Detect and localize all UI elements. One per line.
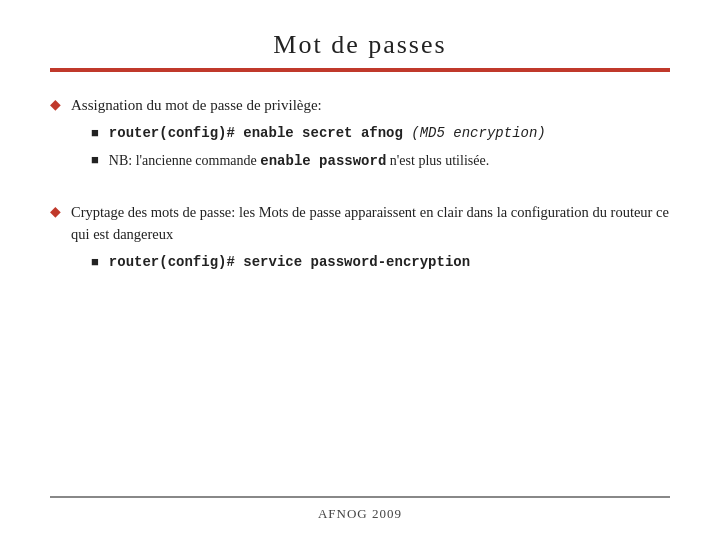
code-md5: (MD5 encryption): [411, 125, 545, 141]
nb-text: NB: l'ancienne commande: [109, 153, 260, 168]
section2-content: Cryptage des mots de passe: les Mots de …: [71, 201, 670, 280]
diamond-icon-1: ◆: [50, 96, 61, 113]
slide-title: Mot de passes: [50, 30, 670, 60]
bullet-item-3: ■ router(config)# service password-encry…: [91, 252, 670, 274]
bottom-divider: [50, 496, 670, 498]
bullet-icon-1: ■: [91, 125, 99, 141]
section-row-2: ◆ Cryptage des mots de passe: les Mots d…: [50, 201, 670, 280]
bullet-text-1: router(config)# enable secret afnog (MD5…: [109, 123, 546, 145]
bullet-icon-2: ■: [91, 152, 99, 168]
code-service-encryption: router(config)# service password-encrypt…: [109, 254, 470, 270]
code-enable-password: enable password: [260, 153, 386, 169]
section1-content: Assignation du mot de passe de privilège…: [71, 94, 546, 179]
section2-bullets: ■ router(config)# service password-encry…: [91, 252, 670, 274]
red-divider: [50, 68, 670, 72]
code-enable-secret: router(config)# enable secret afnog: [109, 125, 411, 141]
section-cryptage: ◆ Cryptage des mots de passe: les Mots d…: [50, 201, 670, 280]
bullet-text-2: NB: l'ancienne commande enable password …: [109, 150, 489, 173]
section1-bullets: ■ router(config)# enable secret afnog (M…: [91, 123, 546, 173]
section1-lead: Assignation du mot de passe de privilège…: [71, 94, 546, 117]
bullet-text-3: router(config)# service password-encrypt…: [109, 252, 470, 274]
bullet-icon-3: ■: [91, 254, 99, 270]
bullet-item-2: ■ NB: l'ancienne commande enable passwor…: [91, 150, 546, 173]
section-assignation: ◆ Assignation du mot de passe de privilè…: [50, 94, 670, 179]
section-row-1: ◆ Assignation du mot de passe de privilè…: [50, 94, 670, 179]
bullet-item-1: ■ router(config)# enable secret afnog (M…: [91, 123, 546, 145]
title-area: Mot de passes: [50, 30, 670, 60]
section2-lead: Cryptage des mots de passe: les Mots de …: [71, 201, 670, 246]
diamond-icon-2: ◆: [50, 203, 61, 220]
slide-container: Mot de passes ◆ Assignation du mot de pa…: [0, 0, 720, 540]
footer: AFNOG 2009: [0, 506, 720, 522]
nb-text-end: n'est plus utilisée.: [386, 153, 489, 168]
